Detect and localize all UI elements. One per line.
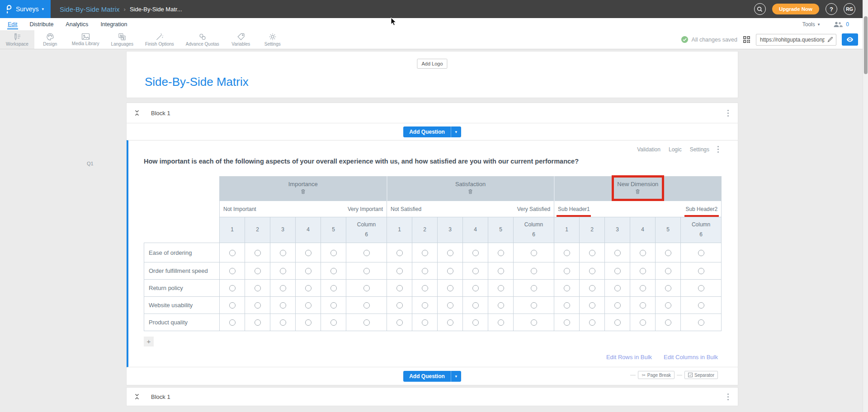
matrix-cell[interactable] [438,297,463,314]
question-menu-icon[interactable] [717,146,719,153]
matrix-column-header[interactable]: 1 [220,217,245,243]
matrix-cell[interactable] [245,314,270,331]
radio-button[interactable] [614,302,621,309]
radio-button[interactable] [614,319,621,326]
matrix-cell[interactable] [321,262,346,280]
matrix-group-name[interactable]: Satisfaction [388,181,553,187]
matrix-cell[interactable] [346,243,387,262]
matrix-cell[interactable] [245,297,270,314]
matrix-cell[interactable] [554,297,580,314]
matrix-cell[interactable] [220,297,245,314]
radio-button[interactable] [640,250,646,256]
avatar[interactable]: RG [844,3,855,15]
matrix-cell[interactable] [488,262,514,280]
matrix-cell[interactable] [346,280,387,297]
matrix-cell[interactable] [463,243,488,262]
matrix-cell[interactable] [387,280,412,297]
matrix-cell[interactable] [245,262,270,280]
radio-button[interactable] [498,319,504,326]
matrix-cell[interactable] [387,314,412,331]
radio-button[interactable] [422,319,428,326]
radio-button[interactable] [229,302,236,309]
matrix-cell[interactable] [554,314,580,331]
matrix-cell[interactable] [488,243,514,262]
matrix-cell[interactable] [220,243,245,262]
matrix-column-header[interactable]: 3 [605,217,630,243]
radio-button[interactable] [255,285,261,291]
matrix-cell[interactable] [321,243,346,262]
survey-url-input[interactable] [759,36,826,43]
matrix-column-header[interactable]: 4 [630,217,656,243]
radio-button[interactable] [330,268,337,274]
matrix-column-header[interactable]: 5 [488,217,514,243]
matrix-cell[interactable] [630,262,656,280]
radio-button[interactable] [472,302,479,309]
matrix-cell[interactable] [605,314,630,331]
matrix-cell[interactable] [630,314,656,331]
matrix-column-header[interactable]: 2 [580,217,605,243]
radio-button[interactable] [564,302,570,309]
matrix-cell[interactable] [296,243,321,262]
matrix-cell[interactable] [580,243,605,262]
matrix-column-header[interactable]: Column6 [346,217,387,243]
radio-button[interactable] [564,285,570,291]
toolbar-item-variables[interactable]: Variables [225,30,257,49]
radio-button[interactable] [531,302,537,309]
matrix-cell[interactable] [605,297,630,314]
radio-button[interactable] [472,250,479,256]
matrix-cell[interactable] [296,314,321,331]
matrix-cell[interactable] [387,262,412,280]
matrix-column-header[interactable]: 2 [245,217,270,243]
matrix-cell[interactable] [554,280,580,297]
add-question-caret-icon[interactable]: ▾ [451,126,461,137]
matrix-group-name[interactable]: New Dimension [555,181,721,187]
help-button[interactable]: ? [826,3,837,15]
radio-button[interactable] [363,319,370,326]
separator-button[interactable]: Separator [684,371,718,379]
scrollbar-thumb[interactable] [864,16,868,74]
radio-button[interactable] [614,285,621,291]
radio-button[interactable] [665,285,671,291]
radio-button[interactable] [698,319,704,326]
page-break-button[interactable]: ✂ Page Break [638,371,675,379]
settings-link[interactable]: Settings [690,146,709,153]
radio-button[interactable] [255,302,261,309]
matrix-cell[interactable] [463,314,488,331]
matrix-cell[interactable] [488,280,514,297]
matrix-cell[interactable] [463,280,488,297]
radio-button[interactable] [564,268,570,274]
matrix-cell[interactable] [387,243,412,262]
add-question-button-bottom[interactable]: Add Question ▾ [403,371,461,382]
block-menu-icon[interactable] [727,110,729,117]
question-text[interactable]: How important is each of the following a… [144,158,719,165]
radio-button[interactable] [665,268,671,274]
radio-button[interactable] [498,268,504,274]
matrix-cell[interactable] [630,297,656,314]
matrix-cell[interactable] [605,243,630,262]
matrix-cell[interactable] [296,297,321,314]
matrix-subheader-right[interactable]: Sub Header2 [630,201,722,217]
radio-button[interactable] [422,268,428,274]
preview-button[interactable] [842,33,858,46]
radio-button[interactable] [305,250,311,256]
matrix-group-name[interactable]: Importance [220,181,386,187]
toolbar-item-finish-options[interactable]: Finish Options [139,30,180,49]
breadcrumb-parent[interactable]: Side-By-Side Matrix [60,5,120,13]
matrix-row-label[interactable]: Product quality [144,314,220,331]
logic-link[interactable]: Logic [669,146,682,153]
matrix-cell[interactable] [412,280,438,297]
matrix-cell[interactable] [321,297,346,314]
matrix-cell[interactable] [514,243,554,262]
toolbar-item-workspace[interactable]: Workspace [0,30,34,49]
matrix-cell[interactable] [514,280,554,297]
matrix-cell[interactable] [245,280,270,297]
radio-button[interactable] [531,319,537,326]
matrix-cell[interactable] [346,262,387,280]
toolbar-item-design[interactable]: Design [34,30,66,49]
toolbar-item-settings[interactable]: Settings [257,30,288,49]
matrix-cell[interactable] [270,297,296,314]
validation-link[interactable]: Validation [637,146,660,153]
radio-button[interactable] [447,302,453,309]
radio-button[interactable] [255,268,261,274]
radio-button[interactable] [280,319,286,326]
